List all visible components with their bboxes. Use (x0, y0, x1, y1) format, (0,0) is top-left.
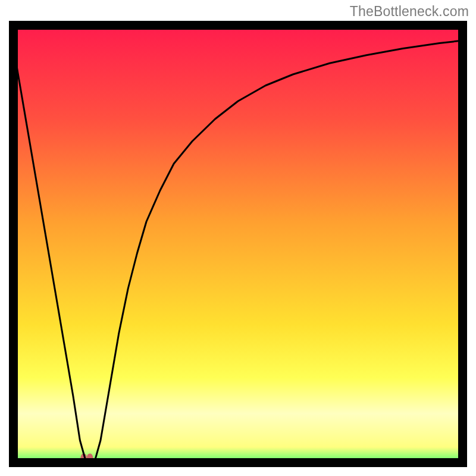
plot-area (9, 21, 467, 467)
chart-container: TheBottleneck.com (0, 0, 476, 476)
gradient-background (9, 21, 467, 467)
chart-svg (9, 21, 467, 467)
attribution-text: TheBottleneck.com (350, 4, 469, 20)
